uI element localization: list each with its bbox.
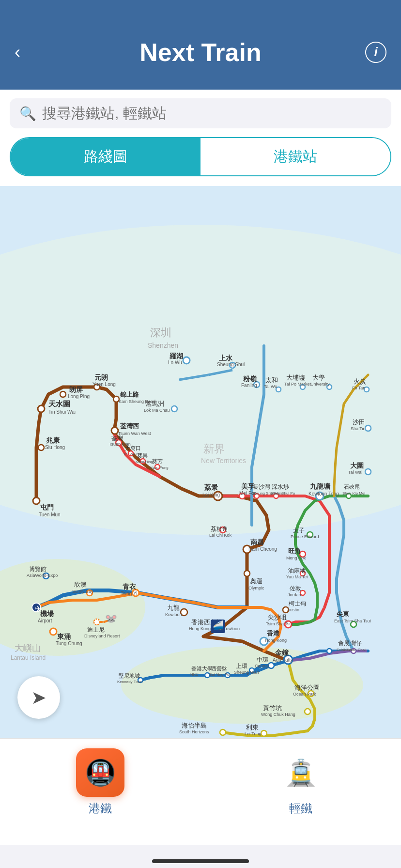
tab-bar: 路綫圖 港鐵站 — [0, 137, 401, 186]
svg-point-1 — [0, 225, 401, 535]
svg-text:堅尼地城: 堅尼地城 — [119, 673, 140, 679]
svg-text:Jordan: Jordan — [288, 592, 301, 597]
svg-text:Tin Shui Wai: Tin Shui Wai — [48, 409, 76, 415]
svg-point-69 — [365, 469, 371, 475]
svg-point-49 — [268, 663, 274, 668]
svg-point-41 — [94, 619, 100, 625]
svg-text:Ocean Park: Ocean Park — [293, 692, 316, 697]
svg-text:Disneyland Resort: Disneyland Resort — [84, 634, 120, 638]
svg-text:Sai Ying Pun: Sai Ying Pun — [209, 672, 231, 677]
svg-text:AsiaWorld-Expo: AsiaWorld-Expo — [27, 573, 58, 578]
svg-text:Lok Ma Chau: Lok Ma Chau — [144, 408, 170, 413]
tab-map[interactable]: 路綫圖 — [11, 138, 200, 175]
svg-text:石硤尾: 石硤尾 — [344, 484, 360, 490]
svg-point-58 — [261, 730, 267, 736]
svg-text:HKU: HKU — [190, 672, 199, 677]
svg-text:落馬洲: 落馬洲 — [145, 400, 164, 407]
svg-text:金鐘: 金鐘 — [275, 649, 289, 656]
svg-text:大窩口: 大窩口 — [125, 445, 141, 451]
svg-text:長沙灣: 長沙灣 — [253, 483, 270, 490]
map-container[interactable]: 深圳 Shenzhen 新界 New Territories 大嶼山 Lanta… — [0, 186, 401, 738]
svg-text:Tung Chung: Tung Chung — [56, 641, 82, 646]
svg-text:大學: 大學 — [312, 374, 325, 381]
svg-text:大埔墟: 大埔墟 — [286, 374, 305, 381]
svg-text:深圳: 深圳 — [150, 326, 171, 339]
svg-text:East Tsim Sha Tsui: East Tsim Sha Tsui — [334, 619, 371, 623]
svg-text:University: University — [310, 382, 330, 387]
svg-text:西營盤: 西營盤 — [211, 666, 227, 671]
svg-text:Lai King: Lai King — [202, 492, 220, 497]
back-button[interactable]: ‹ — [15, 42, 39, 62]
home-indicator — [0, 845, 401, 868]
compass-icon: ➤ — [31, 687, 46, 708]
svg-text:葵芳: 葵芳 — [152, 458, 163, 464]
nav-item-lrt[interactable]: 🚊 輕鐵 — [200, 744, 401, 821]
svg-text:Yau Ma Tei: Yau Ma Tei — [286, 574, 308, 579]
search-bar: 🔍 — [10, 98, 391, 128]
svg-text:旺角: 旺角 — [288, 547, 301, 555]
svg-text:太和: 太和 — [265, 376, 278, 384]
svg-point-3 — [121, 646, 363, 724]
svg-text:Tai Wai: Tai Wai — [348, 470, 362, 475]
bottom-nav: 🚇 港鐵 🚊 輕鐵 — [0, 738, 401, 845]
svg-text:青衣: 青衣 — [123, 583, 137, 590]
svg-text:利東: 利東 — [246, 724, 259, 731]
svg-text:九龍: 九龍 — [167, 604, 180, 611]
svg-point-43 — [244, 571, 250, 576]
svg-text:天水圍: 天水圍 — [48, 400, 70, 408]
svg-text:九龍塘: 九龍塘 — [309, 482, 331, 490]
svg-text:Prince Edward: Prince Edward — [291, 534, 319, 539]
svg-text:Tsing Yi: Tsing Yi — [121, 591, 137, 596]
svg-text:Fanling: Fanling — [241, 383, 257, 388]
svg-text:深水埗: 深水埗 — [272, 483, 289, 490]
svg-text:葵興: 葵興 — [137, 452, 148, 458]
svg-text:元朗: 元朗 — [94, 373, 108, 381]
svg-text:博覽館: 博覽館 — [29, 566, 46, 573]
svg-text:油麻地: 油麻地 — [288, 567, 306, 574]
svg-text:尖沙咀: 尖沙咀 — [268, 614, 287, 621]
search-container: 🔍 — [0, 90, 401, 137]
svg-text:Siu Hong: Siu Hong — [45, 445, 65, 450]
svg-text:錦上路: 錦上路 — [120, 391, 139, 398]
header: ‹ Next Train i — [0, 0, 401, 90]
svg-text:Austin: Austin — [287, 607, 299, 612]
svg-text:Kwai Hing: Kwai Hing — [136, 460, 153, 464]
svg-text:Hong Kong: Hong Kong — [265, 638, 287, 643]
svg-text:Wong Chuk Hang: Wong Chuk Hang — [261, 712, 295, 717]
svg-text:Admiralty: Admiralty — [273, 657, 293, 663]
svg-point-60 — [183, 357, 190, 364]
tab-stations[interactable]: 港鐵站 — [200, 138, 390, 175]
svg-text:尖東: 尖東 — [336, 610, 350, 618]
svg-text:柯士甸: 柯士甸 — [289, 600, 306, 607]
svg-point-38 — [50, 628, 57, 635]
svg-text:Central: Central — [255, 664, 269, 668]
location-button[interactable]: ➤ — [17, 676, 60, 719]
svg-text:奧運: 奧運 — [250, 577, 262, 585]
svg-text:大嶼山: 大嶼山 — [15, 643, 41, 653]
svg-text:Sheung Shui: Sheung Shui — [217, 362, 245, 367]
svg-point-59 — [220, 729, 226, 735]
svg-point-57 — [305, 709, 310, 714]
svg-text:佐敦: 佐敦 — [290, 585, 301, 592]
svg-text:荔景: 荔景 — [204, 483, 218, 491]
svg-text:Nam Cheong: Nam Cheong — [248, 546, 277, 552]
svg-text:黃竹坑: 黃竹坑 — [263, 704, 282, 712]
svg-text:中環: 中環 — [257, 656, 268, 663]
svg-point-61 — [171, 406, 177, 412]
svg-text:荔枝角: 荔枝角 — [211, 526, 228, 532]
svg-text:Sha Tin: Sha Tin — [351, 426, 366, 431]
svg-text:香港: 香港 — [267, 630, 280, 637]
svg-text:荃灣: 荃灣 — [111, 435, 123, 442]
nav-item-mtr[interactable]: 🚇 港鐵 — [0, 744, 200, 821]
svg-text:Tai Wo: Tai Wo — [264, 384, 277, 389]
info-button-wrap: i — [362, 42, 386, 63]
svg-text:大圍: 大圍 — [350, 462, 364, 469]
info-button[interactable]: i — [365, 42, 386, 63]
svg-text:兆康: 兆康 — [46, 436, 60, 444]
svg-text:🚄: 🚄 — [213, 620, 224, 631]
svg-text:Tai Po Market: Tai Po Market — [284, 382, 311, 387]
svg-text:Kowloon Tong: Kowloon Tong — [308, 491, 339, 496]
search-input[interactable] — [42, 105, 382, 122]
svg-text:欣澳: 欣澳 — [74, 581, 87, 588]
svg-text:上環: 上環 — [236, 663, 247, 669]
